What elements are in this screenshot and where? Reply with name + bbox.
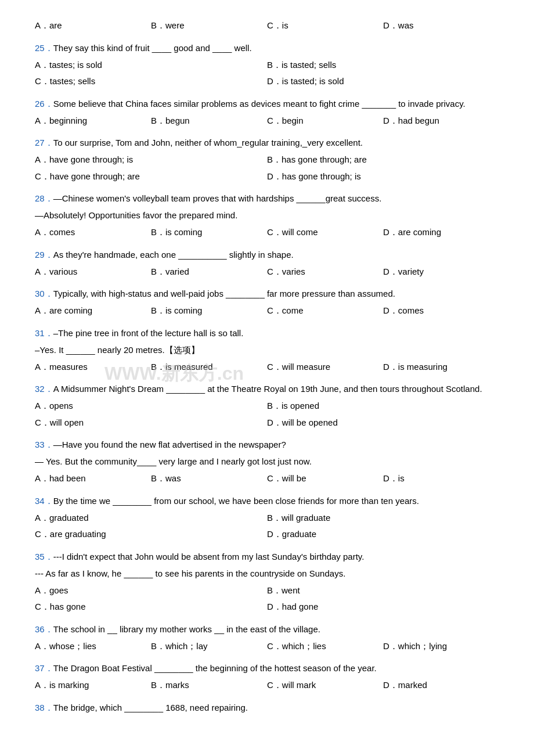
question-32: 32．A Midsummer Night's Dream ________ at… <box>35 381 499 431</box>
option-pre-b: B．were <box>151 17 267 34</box>
question-33: 33．—Have you found the new flat advertis… <box>35 437 499 487</box>
question-33-text2: — Yes. But the community____ very large … <box>35 453 499 469</box>
option-pre-c: C．is <box>267 17 383 34</box>
question-31-text2: –Yes. It ______ nearly 20 metres.【选项】 <box>35 342 499 358</box>
question-35: 35．---I didn't expect that John would be… <box>35 549 499 615</box>
option-29-a: A．various <box>35 264 151 280</box>
option-33-a: A．had been <box>35 470 151 487</box>
option-36-a: A．whose；lies <box>35 638 151 655</box>
question-29: 29．As they're handmade, each one _______… <box>35 247 499 280</box>
option-33-b: B．was <box>151 470 267 487</box>
option-31-b: B．is measured <box>151 359 267 376</box>
question-35-text2: --- As far as I know, he ______ to see h… <box>35 566 499 581</box>
option-26-b: B．begun <box>151 113 267 129</box>
option-25-b: B．is tasted; sells <box>267 57 499 74</box>
question-25: 25．They say this kind of fruit ____ good… <box>35 40 499 90</box>
question-30-text: 30．Typically, with high-status and well-… <box>35 286 499 301</box>
option-36-b: B．which；lay <box>151 638 267 655</box>
question-25-text: 25．They say this kind of fruit ____ good… <box>35 40 499 56</box>
question-31: 31．–The pine tree in front of the lectur… <box>35 325 499 376</box>
option-37-d: D．marked <box>383 677 499 694</box>
option-30-b: B．is coming <box>151 303 267 319</box>
question-27-text: 27．To our surprise, Tom and John, neithe… <box>35 135 499 150</box>
question-28-text: 28．—Chinese women's volleyball team prov… <box>35 190 499 206</box>
question-26-text: 26．Some believe that China faces similar… <box>35 96 499 111</box>
option-35-c: C．has gone <box>35 599 267 615</box>
question-27: 27．To our surprise, Tom and John, neithe… <box>35 135 499 185</box>
question-34-text: 34．By the time we ________ from our scho… <box>35 493 499 509</box>
option-27-d: D．has gone through; is <box>267 168 499 185</box>
option-37-c: C．will mark <box>267 677 383 694</box>
question-28: 28．—Chinese women's volleyball team prov… <box>35 190 499 241</box>
option-35-a: A．goes <box>35 582 267 599</box>
question-28-text2: —Absolutely! Opportunities favor the pre… <box>35 207 499 223</box>
option-33-c: C．will be <box>267 470 383 487</box>
option-25-a: A．tastes; is sold <box>35 57 267 74</box>
option-28-c: C．will come <box>267 224 383 241</box>
option-32-b: B．is opened <box>267 398 499 415</box>
option-34-a: A．graduated <box>35 510 267 527</box>
question-37: 37．The Dragon Boat Festival ________ the… <box>35 660 499 694</box>
question-38: 38．The bridge, which ________ 1688, need… <box>35 700 499 715</box>
option-27-c: C．have gone through; are <box>35 168 267 185</box>
question-34: 34．By the time we ________ from our scho… <box>35 493 499 543</box>
option-35-b: B．went <box>267 582 499 599</box>
question-29-text: 29．As they're handmade, each one _______… <box>35 247 499 262</box>
pre-options: A．are B．were C．is D．was <box>35 17 499 34</box>
option-29-b: B．varied <box>151 264 267 280</box>
option-27-b: B．has gone through; are <box>267 152 499 168</box>
option-30-d: D．comes <box>383 303 499 319</box>
option-pre-a: A．are <box>35 17 151 34</box>
option-36-c: C．which；lies <box>267 638 383 655</box>
option-34-b: B．will graduate <box>267 510 499 527</box>
option-29-d: D．variety <box>383 264 499 280</box>
exam-content: A．are B．were C．is D．was 25．They say this… <box>35 17 499 715</box>
question-31-text: 31．–The pine tree in front of the lectur… <box>35 325 499 341</box>
option-30-a: A．are coming <box>35 303 151 319</box>
option-31-a: A．measures <box>35 359 151 376</box>
option-34-c: C．are graduating <box>35 526 267 543</box>
option-26-d: D．had begun <box>383 113 499 129</box>
option-29-c: C．varies <box>267 264 383 280</box>
option-31-d: D．is measuring <box>383 359 499 376</box>
option-25-d: D．is tasted; is sold <box>267 73 499 90</box>
option-35-d: D．had gone <box>267 599 499 615</box>
question-32-text: 32．A Midsummer Night's Dream ________ at… <box>35 381 499 397</box>
option-27-a: A．have gone through; is <box>35 152 267 168</box>
option-26-c: C．begin <box>267 113 383 129</box>
option-33-d: D．is <box>383 470 499 487</box>
option-37-a: A．is marking <box>35 677 151 694</box>
option-28-a: A．comes <box>35 224 151 241</box>
option-28-b: B．is coming <box>151 224 267 241</box>
question-37-text: 37．The Dragon Boat Festival ________ the… <box>35 660 499 676</box>
question-26: 26．Some believe that China faces similar… <box>35 96 499 129</box>
option-32-a: A．opens <box>35 398 267 415</box>
option-pre-d: D．was <box>383 17 499 34</box>
option-36-d: D．which；lying <box>383 638 499 655</box>
question-36-text: 36．The school in __ library my mother wo… <box>35 621 499 637</box>
question-33-text: 33．—Have you found the new flat advertis… <box>35 437 499 452</box>
option-32-d: D．will be opened <box>267 415 499 431</box>
option-28-d: D．are coming <box>383 224 499 241</box>
option-30-c: C．come <box>267 303 383 319</box>
question-36: 36．The school in __ library my mother wo… <box>35 621 499 655</box>
question-38-text: 38．The bridge, which ________ 1688, need… <box>35 700 499 715</box>
option-32-c: C．will open <box>35 415 267 431</box>
option-25-c: C．tastes; sells <box>35 73 267 90</box>
option-34-d: D．graduate <box>267 526 499 543</box>
question-35-text: 35．---I didn't expect that John would be… <box>35 549 499 564</box>
question-30: 30．Typically, with high-status and well-… <box>35 286 499 319</box>
option-37-b: B．marks <box>151 677 267 694</box>
option-31-c: C．will measure <box>267 359 383 376</box>
option-26-a: A．beginning <box>35 113 151 129</box>
